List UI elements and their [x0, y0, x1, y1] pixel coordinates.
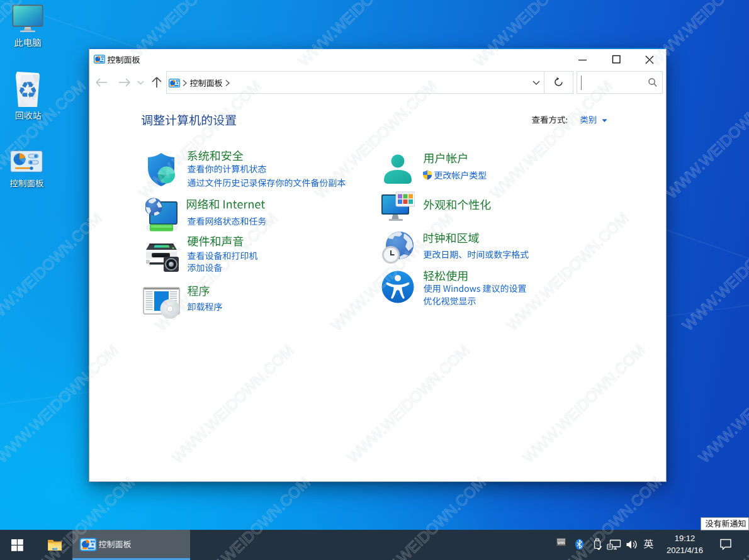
svg-text:vm: vm [558, 540, 565, 546]
